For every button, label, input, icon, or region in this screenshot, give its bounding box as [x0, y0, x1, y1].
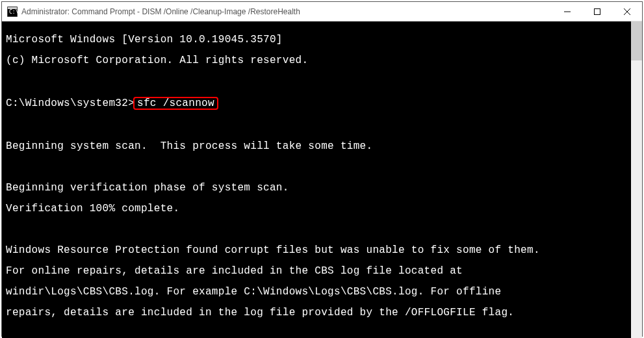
- console-line: windir\Logs\CBS\CBS.log. For example C:\…: [6, 287, 627, 297]
- console-line: (c) Microsoft Corporation. All rights re…: [6, 55, 627, 66]
- console-line: Beginning system scan. This process will…: [6, 141, 627, 151]
- highlighted-command: sfc /scannow: [133, 97, 218, 110]
- console-line: Microsoft Windows [Version 10.0.19045.35…: [6, 34, 627, 45]
- console-line: C:\Windows\system32>sfc /scannow: [6, 97, 627, 110]
- cmd-icon: C:\: [7, 6, 18, 17]
- console-content[interactable]: Microsoft Windows [Version 10.0.19045.35…: [2, 21, 631, 338]
- console-line: For online repairs, details are included…: [6, 266, 627, 276]
- console-line: [6, 76, 627, 86]
- console-line: [6, 224, 627, 235]
- window-controls: [552, 2, 642, 21]
- titlebar[interactable]: C:\ Administrator: Command Prompt - DISM…: [2, 2, 642, 21]
- window-title: Administrator: Command Prompt - DISM /On…: [21, 7, 552, 16]
- maximize-button[interactable]: [582, 2, 612, 21]
- console-line: [6, 162, 627, 172]
- close-button[interactable]: [612, 2, 642, 21]
- scrollbar-thumb[interactable]: [631, 21, 642, 60]
- console-line: repairs, details are included in the log…: [6, 307, 627, 318]
- minimize-button[interactable]: [552, 2, 582, 21]
- console-area: Microsoft Windows [Version 10.0.19045.35…: [2, 21, 642, 338]
- console-line: Verification 100% complete.: [6, 203, 627, 214]
- console-line: Windows Resource Protection found corrup…: [6, 245, 627, 255]
- prompt: C:\Windows\system32>: [6, 98, 135, 109]
- console-line: Beginning verification phase of system s…: [6, 183, 627, 193]
- console-line: [6, 120, 627, 131]
- svg-rect-4: [595, 8, 600, 14]
- command-prompt-window: C:\ Administrator: Command Prompt - DISM…: [1, 1, 643, 337]
- vertical-scrollbar[interactable]: [631, 21, 642, 338]
- svg-text:C:\: C:\: [9, 9, 18, 15]
- console-line: [6, 328, 627, 338]
